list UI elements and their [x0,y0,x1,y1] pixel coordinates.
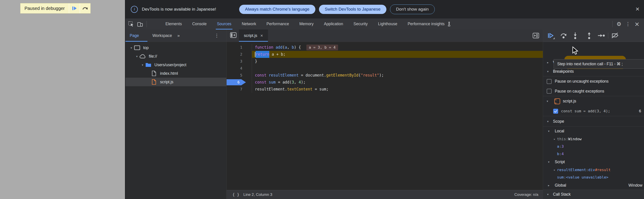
code-line-content[interactable]: resultElement.textContent = sum; [252,86,543,93]
tab-application[interactable]: Application [319,19,348,30]
pause-caught-checkbox[interactable] [547,89,552,94]
gutter-line-7[interactable]: 7 [226,86,252,93]
debugger-toolbar [543,30,644,42]
tree-item-file-[interactable]: ▾file:// [126,52,226,61]
breakpoint-file-group[interactable]: ▾ < > script.js [543,96,644,106]
switch-to-japanese-button[interactable]: Switch DevTools to Japanese [319,5,386,14]
code-line-3[interactable]: 3} [226,58,543,65]
editor-tabstrip: script.js × [226,30,543,42]
scope-variable-a[interactable]: a: 3 [543,143,644,150]
expand-triangle-icon[interactable]: ▸ [552,137,557,141]
tab-lighthouse[interactable]: Lighthouse [373,19,402,30]
editor-tab-scriptjs[interactable]: script.js × [239,30,268,42]
scope-section-global[interactable]: ▸GlobalWindow [543,181,644,189]
expand-triangle-icon[interactable]: ▾ [129,46,134,50]
section-scope[interactable]: ▾ Scope [543,116,644,127]
tab-workspace[interactable]: Workspace [152,33,172,38]
scope-section-value: Window [628,183,644,188]
scope-variable-this[interactable]: ▸this: Window [543,135,644,143]
expand-triangle-icon[interactable]: ▾ [548,129,553,133]
inspect-element-button[interactable] [128,21,134,28]
tab-network[interactable]: Network [236,19,261,30]
resume-button[interactable] [546,32,556,40]
tab-page[interactable]: Page [130,30,141,42]
code-line-1[interactable]: 1function add(a, b) {a = 3, b = 4 [226,44,543,51]
pause-on-uncaught-row[interactable]: Pause on uncaught exceptions [543,76,644,86]
line-number: 3 [240,58,242,65]
gutter-line-2[interactable]: 2 [226,51,252,58]
code-line-content[interactable]: const resultElement = document.getElemen… [252,72,543,79]
tab-sources[interactable]: Sources [212,19,236,30]
tree-item-index-html[interactable]: index.html [126,69,226,78]
device-toolbar-button[interactable] [137,21,144,28]
code-line-4[interactable]: 4 [226,65,543,72]
section-call-stack[interactable]: ▾ Call Stack [543,189,644,199]
step-into-button[interactable] [570,32,580,40]
gutter-line-1[interactable]: 1 [226,44,252,51]
scope-section-script[interactable]: ▾Script [543,158,644,166]
breakpoint-flag-icon[interactable]: 6 [226,79,246,85]
code-area[interactable]: 1function add(a, b) {a = 3, b = 42 retur… [226,42,543,190]
close-devtools-icon[interactable]: × [634,21,640,27]
tab-performance-insights[interactable]: Performance insights [402,19,456,30]
tree-item-users-user-project[interactable]: ▾Users/user/project [126,61,226,69]
code-line-7[interactable]: 7resultElement.textContent = sum; [226,86,543,93]
code-line-2[interactable]: 2 return a + b; [226,51,543,58]
line-number: 5 [240,72,242,79]
step-icon [598,33,605,38]
code-line-content[interactable]: } [252,58,543,65]
settings-gear-icon[interactable]: ⚙ [616,21,622,27]
tab-console[interactable]: Console [187,19,212,30]
more-tabs-chevron[interactable]: » [177,33,180,38]
step-over-button[interactable] [559,32,569,40]
navigator-menu-icon[interactable]: ⋮ [214,33,219,38]
flask-icon [447,22,451,27]
main-panel-tabs: ElementsConsoleSourcesNetworkPerformance… [160,19,456,30]
breakpoint-entry[interactable]: const sum = add(3, 4); 6 [543,106,644,116]
gutter-line-4[interactable]: 4 [226,65,252,72]
code-line-content[interactable]: function add(a, b) {a = 3, b = 4 [252,44,543,51]
step-button[interactable] [596,32,606,40]
code-line-content[interactable]: const sum = add(3, 4); [252,79,543,86]
tab-security[interactable]: Security [348,19,373,30]
tree-item-script-js[interactable]: script.js [126,78,226,86]
tab-memory[interactable]: Memory [294,19,319,30]
scope-variable-b[interactable]: b: 4 [543,150,644,158]
scope-section-local[interactable]: ▾Local [543,127,644,135]
tab-performance[interactable]: Performance [262,19,294,30]
always-match-language-button[interactable]: Always match Chrome's language [239,5,315,14]
expand-triangle-icon[interactable]: ▾ [134,55,139,58]
step-out-button[interactable] [584,32,594,40]
pause-uncaught-checkbox[interactable] [547,79,552,84]
show-debugger-sidebar-icon[interactable] [532,33,539,39]
code-line-5[interactable]: 5const resultElement = document.getEleme… [226,72,543,79]
expand-triangle-icon[interactable]: ▸ [548,184,553,187]
scope-variable-sum[interactable]: sum: <value unavailable> [543,173,644,181]
pause-on-caught-row[interactable]: Pause on caught exceptions [543,86,644,96]
devtools-window: i DevTools is now available in Japanese!… [125,0,644,199]
infobar-close-icon[interactable]: × [634,6,641,13]
debugger-sidebar: Step into next function call - F11 - ⌘ ;… [543,30,644,199]
expand-triangle-icon[interactable]: ▸ [552,168,557,171]
dont-show-again-button[interactable]: Don't show again [390,5,435,14]
file-js-icon [150,79,157,85]
step-over-badge-button[interactable] [80,3,90,13]
hide-navigator-icon[interactable] [230,32,237,39]
expand-triangle-icon[interactable]: ▾ [548,160,553,164]
resume-script-button[interactable] [69,3,80,13]
gutter-line-3[interactable]: 3 [226,58,252,65]
expand-triangle-icon[interactable]: ▾ [140,63,145,67]
gutter-line-6[interactable]: 6 [226,79,252,86]
tab-elements[interactable]: Elements [160,19,187,30]
deactivate-breakpoints-button[interactable] [610,32,620,40]
breakpoint-checkbox[interactable] [553,109,558,114]
code-line-content[interactable]: return a + b; [252,51,543,58]
code-line-6[interactable]: 6const sum = add(3, 4); [226,79,543,86]
close-tab-icon[interactable]: × [260,33,263,38]
scope-variable-resultElement[interactable]: ▸resultElement: div#result [543,166,644,173]
gutter-line-5[interactable]: 5 [226,72,252,79]
pretty-print-icon[interactable]: { } [232,192,240,197]
tree-item-top[interactable]: ▾top [126,44,226,52]
more-options-icon[interactable]: ⋮ [625,22,630,27]
code-line-content[interactable] [252,65,543,72]
